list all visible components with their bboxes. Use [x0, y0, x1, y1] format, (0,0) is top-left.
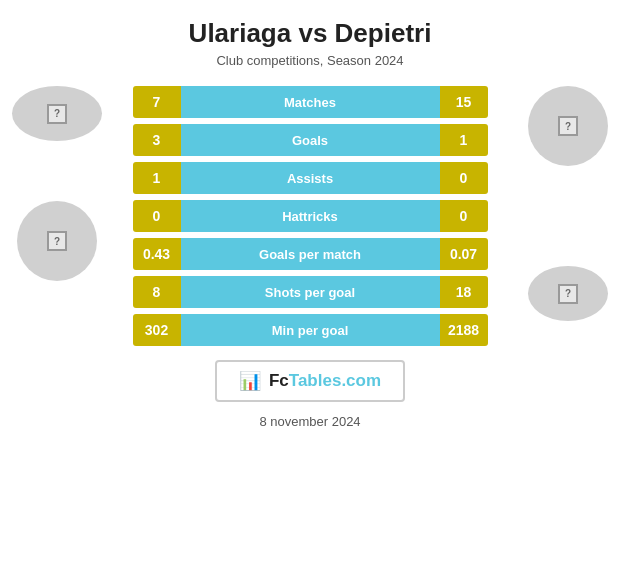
- stat-label: Assists: [181, 162, 440, 194]
- stat-right-value: 2188: [440, 314, 488, 346]
- avatar-right-group: ? ?: [528, 86, 608, 321]
- avatar-right-top: ?: [528, 86, 608, 166]
- stat-right-value: 18: [440, 276, 488, 308]
- brand-box: 📊 FcTables.com: [215, 360, 405, 402]
- stat-label: Hattricks: [181, 200, 440, 232]
- brand-icon: 📊: [239, 370, 261, 392]
- stat-left-value: 0: [133, 200, 181, 232]
- stat-right-value: 0.07: [440, 238, 488, 270]
- stat-label: Shots per goal: [181, 276, 440, 308]
- page-subtitle: Club competitions, Season 2024: [216, 53, 403, 68]
- main-container: Ulariaga vs Depietri Club competitions, …: [0, 0, 620, 580]
- stat-row: 0Hattricks0: [133, 200, 488, 232]
- stat-right-value: 1: [440, 124, 488, 156]
- stat-row: 7Matches15: [133, 86, 488, 118]
- stats-area: ? ? ? ? 7Matches153Goals11Assists00Hattr…: [0, 86, 620, 346]
- stat-left-value: 1: [133, 162, 181, 194]
- stat-row: 0.43Goals per match0.07: [133, 238, 488, 270]
- stat-label: Min per goal: [181, 314, 440, 346]
- stat-right-value: 15: [440, 86, 488, 118]
- stats-rows: 7Matches153Goals11Assists00Hattricks00.4…: [133, 86, 488, 346]
- stat-left-value: 7: [133, 86, 181, 118]
- stat-right-value: 0: [440, 162, 488, 194]
- stat-left-value: 3: [133, 124, 181, 156]
- stat-row: 3Goals1: [133, 124, 488, 156]
- stat-label: Goals per match: [181, 238, 440, 270]
- stat-row: 8Shots per goal18: [133, 276, 488, 308]
- avatar-left-bottom-placeholder: ?: [47, 231, 67, 251]
- avatar-left-group: ? ?: [12, 86, 102, 281]
- stat-left-value: 8: [133, 276, 181, 308]
- stat-right-value: 0: [440, 200, 488, 232]
- avatar-left-top-placeholder: ?: [47, 104, 67, 124]
- avatar-right-top-placeholder: ?: [558, 116, 578, 136]
- avatar-left-top: ?: [12, 86, 102, 141]
- brand-text-cyan: Tables.com: [289, 371, 381, 390]
- brand-text: FcTables.com: [269, 371, 381, 391]
- stat-row: 302Min per goal2188: [133, 314, 488, 346]
- stat-row: 1Assists0: [133, 162, 488, 194]
- avatar-left-bottom: ?: [17, 201, 97, 281]
- stat-left-value: 302: [133, 314, 181, 346]
- stat-label: Goals: [181, 124, 440, 156]
- stat-left-value: 0.43: [133, 238, 181, 270]
- avatar-right-bottom-placeholder: ?: [558, 284, 578, 304]
- stat-label: Matches: [181, 86, 440, 118]
- page-title: Ulariaga vs Depietri: [189, 18, 432, 49]
- avatar-right-bottom: ?: [528, 266, 608, 321]
- footer-date: 8 november 2024: [259, 414, 360, 429]
